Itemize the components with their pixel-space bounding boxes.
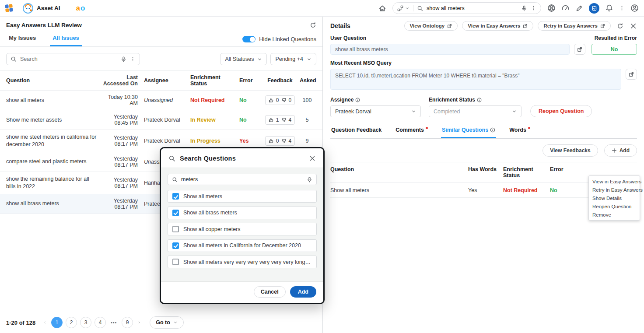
- open-user-question-button[interactable]: [574, 44, 585, 55]
- menu-item-retry-in-easy-answers[interactable]: Retry in Easy Answers: [589, 186, 640, 194]
- search-icon: [10, 56, 17, 62]
- menu-item-remove[interactable]: Remove: [589, 210, 640, 219]
- table-row[interactable]: show all meters Today 10:30 AM Unassigne…: [0, 91, 322, 110]
- cancel-button[interactable]: Cancel: [254, 286, 286, 298]
- page-button-3[interactable]: 3: [80, 317, 91, 328]
- mso-query-value: SELECT 10.id, t0.meterLocation FROM Mete…: [330, 69, 621, 90]
- user-question-label: User Question: [330, 35, 585, 41]
- kebab-menu-icon[interactable]: [619, 5, 625, 11]
- view-in-easy-answers-button[interactable]: View in Easy Answers: [462, 21, 533, 31]
- pagination-summary: 1-20 of 128: [6, 319, 35, 326]
- tab-words[interactable]: Words: [508, 127, 531, 138]
- search-scope-selector[interactable]: [397, 5, 413, 11]
- page-button-1[interactable]: 1: [51, 317, 63, 328]
- feedback-chip[interactable]: 0 0: [265, 95, 295, 105]
- external-link-icon: [600, 24, 605, 28]
- close-icon[interactable]: [309, 155, 316, 162]
- reopen-question-button[interactable]: Reopen Question: [530, 105, 592, 117]
- page-button-9[interactable]: 9: [122, 317, 133, 328]
- tab-question-feedback[interactable]: Question Feedback: [330, 127, 382, 138]
- checkbox[interactable]: [172, 193, 179, 200]
- menu-item-show-details[interactable]: Show Details: [589, 194, 640, 202]
- cell-status: In Progress: [190, 134, 239, 147]
- goto-page-dropdown[interactable]: Go to: [150, 316, 184, 329]
- issues-search-box[interactable]: [6, 53, 140, 65]
- modal-search-box[interactable]: [168, 174, 317, 185]
- user-question-input[interactable]: [330, 44, 570, 55]
- modal-search-input[interactable]: [181, 176, 303, 182]
- view-feedbacks-button[interactable]: View Feedbacks: [542, 144, 598, 157]
- asset-ai-logo[interactable]: Asset AI: [22, 3, 60, 14]
- checkbox[interactable]: [172, 259, 179, 265]
- kebab-icon[interactable]: [531, 5, 536, 11]
- hide-linked-toggle[interactable]: [242, 36, 256, 42]
- thumb-down-icon: [281, 138, 287, 144]
- thumb-down-icon: [281, 117, 287, 123]
- retry-in-easy-answers-button[interactable]: Retry in Easy Answers: [538, 21, 611, 31]
- cell-assignee: Prateek Dorval: [144, 134, 190, 147]
- mso-query-label: Most Recent MSO Query: [330, 60, 637, 66]
- checkbox[interactable]: [172, 226, 179, 232]
- checkbox[interactable]: [172, 242, 179, 249]
- mic-icon[interactable]: [307, 177, 312, 182]
- mic-icon[interactable]: [121, 56, 126, 62]
- review-clipboard-button[interactable]: [589, 3, 599, 14]
- resulted-in-error-label: Resulted in Error: [592, 35, 637, 41]
- refresh-icon[interactable]: [310, 22, 316, 28]
- open-mso-query-button[interactable]: [626, 69, 637, 80]
- tab-comments[interactable]: Comments: [395, 127, 429, 138]
- external-link-icon: [523, 24, 528, 28]
- feedback-chip[interactable]: 1 4: [265, 115, 295, 125]
- global-search-input[interactable]: [427, 5, 518, 11]
- page-button-4[interactable]: 4: [94, 317, 106, 328]
- add-similar-question-button[interactable]: Add: [604, 144, 637, 157]
- chevron-down-icon: [307, 57, 312, 62]
- robot-logo-icon: [22, 3, 34, 14]
- assignee-select[interactable]: Prateek Dorval: [330, 105, 421, 117]
- close-icon[interactable]: [630, 22, 637, 30]
- statuses-filter[interactable]: All Statuses: [220, 53, 267, 65]
- bell-icon[interactable]: [605, 4, 613, 12]
- cell-question: Show me meter assets: [6, 113, 102, 127]
- pending-filter[interactable]: Pending +4: [270, 53, 316, 65]
- account-icon[interactable]: [630, 4, 639, 12]
- home-icon[interactable]: [378, 4, 386, 12]
- page-button-2[interactable]: 2: [66, 317, 77, 328]
- chevron-left-icon[interactable]: [42, 319, 48, 326]
- menu-item-view-in-easy-answers[interactable]: View in Easy Answers: [589, 177, 640, 186]
- apps-grid-icon[interactable]: [5, 4, 13, 12]
- question-option[interactable]: Show all meters: [168, 190, 317, 203]
- cell-last-accessed: Today 10:30 AM: [102, 91, 144, 110]
- tab-my-issues[interactable]: My Issues: [6, 30, 38, 46]
- unread-dot: [426, 127, 428, 129]
- external-link-icon: [447, 24, 452, 28]
- question-option[interactable]: Show all meters very very very very very…: [168, 256, 317, 268]
- tab-all-issues[interactable]: All Issues: [50, 30, 82, 46]
- question-option[interactable]: Show all brass meters: [168, 207, 317, 219]
- table-row[interactable]: Show me meter assets Yesterday 08:45 PM …: [0, 110, 322, 130]
- ao-logo[interactable]: ao: [76, 4, 86, 13]
- gauge-icon[interactable]: [561, 4, 570, 12]
- issues-search-input[interactable]: [20, 56, 117, 62]
- global-search-bar[interactable]: [392, 2, 541, 14]
- cell-error: No: [239, 94, 262, 107]
- add-button[interactable]: Add: [290, 286, 316, 298]
- question-option[interactable]: Show all meters in California for Decemb…: [168, 239, 317, 252]
- hide-linked-label: Hide Linked Questions: [259, 36, 316, 42]
- kebab-icon[interactable]: [130, 56, 136, 62]
- chevron-right-icon[interactable]: [136, 319, 142, 326]
- question-option[interactable]: Show all copper meters: [168, 223, 317, 235]
- feedback-chip[interactable]: 0 4: [265, 136, 295, 146]
- cell-has-words: Yes: [468, 183, 503, 197]
- globe-icon[interactable]: [547, 4, 556, 12]
- search-questions-modal: Search Questions Show all meters Show al…: [160, 147, 325, 304]
- view-ontology-button[interactable]: View Ontology: [404, 21, 458, 31]
- refresh-icon[interactable]: [617, 23, 623, 29]
- pen-icon[interactable]: [575, 4, 583, 12]
- tab-similar-questions[interactable]: Similar Questions: [441, 127, 496, 138]
- mic-icon[interactable]: [521, 5, 527, 11]
- thumb-up-icon: [269, 117, 274, 123]
- menu-item-reopen-question[interactable]: Reopen Question: [589, 202, 640, 210]
- enrichment-status-select[interactable]: Completed: [429, 105, 522, 117]
- checkbox[interactable]: [172, 210, 179, 216]
